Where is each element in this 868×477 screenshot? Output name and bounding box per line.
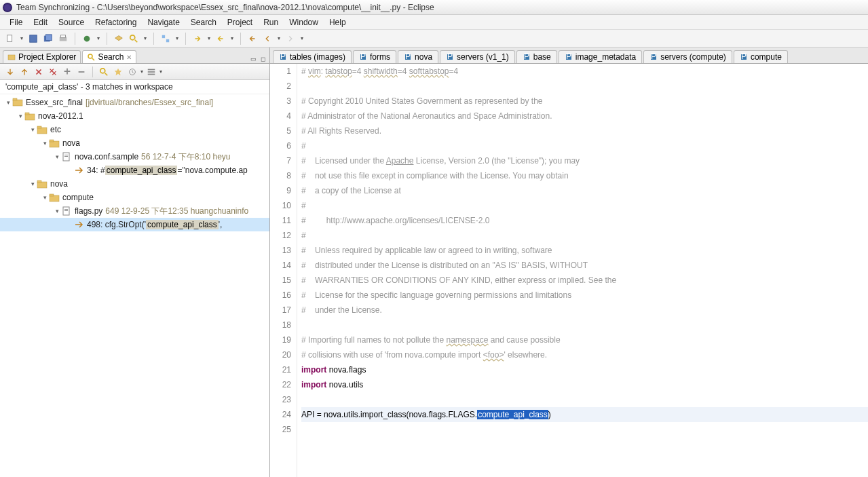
menu-window[interactable]: Window <box>284 16 324 28</box>
editor-tab[interactable]: Pcompute <box>734 50 788 63</box>
menu-refactoring[interactable]: Refactoring <box>90 16 142 28</box>
editor-tab[interactable]: Pforms <box>353 50 396 63</box>
code-line[interactable]: # <box>301 228 868 243</box>
menu-navigate[interactable]: Navigate <box>142 16 185 28</box>
tree-row[interactable]: ▾nova.conf.sample56 12-7-4 下午8:10 heyu <box>0 150 269 164</box>
next-annotation-button[interactable] <box>191 33 204 45</box>
last-edit-button[interactable] <box>246 33 259 45</box>
back-button[interactable] <box>261 33 273 45</box>
editor-tab[interactable]: Pnova <box>398 50 438 63</box>
code-line[interactable] <box>301 79 868 94</box>
menu-file[interactable]: File <box>4 16 28 28</box>
run-search-button[interactable] <box>98 66 110 78</box>
search-results-tree[interactable]: ▾Essex_src_final[jdvirtual/branches/Esse… <box>0 94 269 477</box>
editor-tab[interactable]: Pbase <box>516 50 557 63</box>
view-tab-project-explorer[interactable]: Project Explorer <box>3 50 81 63</box>
code-line[interactable] <box>301 392 868 407</box>
code-line[interactable]: # Licensed under the Apache License, Ver… <box>301 153 868 168</box>
code-editor[interactable]: 1234567891011121314151617181920212223242… <box>270 64 868 477</box>
code-line[interactable]: # vim: tabstop=4 shiftwidth=4 softtabsto… <box>301 64 868 79</box>
code-line[interactable]: # Copyright 2010 United States Governmen… <box>301 94 868 109</box>
code-line[interactable]: import nova.flags <box>301 362 868 377</box>
code-line[interactable]: # Importing full names to not pollute th… <box>301 332 868 347</box>
expand-icon[interactable]: ▾ <box>4 99 12 106</box>
code-line[interactable]: # WARRANTIES OR CONDITIONS OF ANY KIND, … <box>301 273 868 288</box>
expand-all-button[interactable] <box>61 66 73 78</box>
remove-all-button[interactable] <box>47 66 59 78</box>
debug-dropdown[interactable] <box>96 35 101 41</box>
tree-row[interactable]: ▾flags.py649 12-9-25 下午12:35 huangchuani… <box>0 204 269 218</box>
expand-icon[interactable]: ▾ <box>29 126 37 133</box>
menu-edit[interactable]: Edit <box>28 16 53 28</box>
code-line[interactable] <box>301 318 868 332</box>
menu-project[interactable]: Project <box>222 16 258 28</box>
tree-row[interactable]: ▾etc <box>0 123 269 136</box>
code-line[interactable] <box>301 422 868 437</box>
tree-row[interactable]: 34: # compute_api_class="nova.compute.ap <box>0 164 269 177</box>
toggle-breadcrumb-dropdown[interactable] <box>174 35 180 41</box>
expand-icon[interactable]: ▾ <box>29 180 37 187</box>
prev-match-button[interactable] <box>18 66 31 78</box>
expand-icon[interactable]: ▾ <box>53 153 61 160</box>
code-line[interactable]: # Administrator of the National Aeronaut… <box>301 109 868 123</box>
menu-source[interactable]: Source <box>53 16 90 28</box>
editor-tab[interactable]: Pimage_metadata <box>559 50 642 63</box>
search-button[interactable] <box>128 33 140 45</box>
code-line[interactable]: # a copy of the License at <box>301 183 868 198</box>
pin-search-button[interactable] <box>112 66 124 78</box>
menu-search[interactable]: Search <box>185 16 222 28</box>
tree-row[interactable]: ▾nova <box>0 136 269 150</box>
code-line[interactable]: # under the License. <box>301 303 868 318</box>
close-icon[interactable]: ✕ <box>126 54 132 61</box>
prev-annotation-dropdown[interactable] <box>229 35 235 41</box>
code-line[interactable]: # distributed under the License is distr… <box>301 258 868 273</box>
remove-match-button[interactable] <box>33 66 45 78</box>
expand-icon[interactable]: ▾ <box>16 113 24 119</box>
code-line[interactable]: # All Rights Reserved. <box>301 123 868 138</box>
expand-icon[interactable]: ▾ <box>41 140 49 147</box>
tree-row[interactable]: ▾nova-2012.1 <box>0 109 269 123</box>
tree-row[interactable]: 498: cfg.StrOpt('compute_api_class', <box>0 218 269 231</box>
code-line[interactable]: API = nova.utils.import_class(nova.flags… <box>301 407 868 422</box>
editor-tab[interactable]: Pservers (v1_1) <box>440 50 515 63</box>
back-dropdown[interactable] <box>276 35 282 41</box>
print-button[interactable] <box>57 33 69 45</box>
prev-annotation-button[interactable] <box>214 33 227 45</box>
next-match-button[interactable] <box>4 66 16 78</box>
debug-button[interactable] <box>81 33 93 45</box>
code-line[interactable]: # <box>301 138 868 153</box>
open-type-button[interactable] <box>113 33 125 45</box>
code-line[interactable]: # http://www.apache.org/licenses/LICENSE… <box>301 213 868 228</box>
editor-tab[interactable]: Ptables (images) <box>273 50 352 63</box>
forward-dropdown[interactable] <box>299 35 305 41</box>
expand-icon[interactable]: ▾ <box>53 208 61 214</box>
minimize-view-icon[interactable]: ▭ <box>249 55 257 63</box>
new-button[interactable] <box>4 33 16 45</box>
maximize-view-icon[interactable]: ◻ <box>259 55 267 63</box>
next-annotation-dropdown[interactable] <box>206 35 212 41</box>
expand-icon[interactable]: ▾ <box>41 194 49 201</box>
search-dropdown[interactable] <box>143 35 148 41</box>
code-content[interactable]: # vim: tabstop=4 shiftwidth=4 softtabsto… <box>297 64 868 477</box>
new-dropdown[interactable] <box>19 35 24 41</box>
editor-tab[interactable]: Pservers (compute) <box>643 50 732 63</box>
code-line[interactable]: # Unless required by applicable law or a… <box>301 243 868 258</box>
tree-row[interactable]: ▾Essex_src_final[jdvirtual/branches/Esse… <box>0 96 269 109</box>
code-line[interactable]: import nova.utils <box>301 377 868 392</box>
tree-row[interactable]: ▾nova <box>0 177 269 191</box>
code-line[interactable]: # collisions with use of 'from nova.comp… <box>301 347 868 362</box>
view-menu-button[interactable] <box>145 66 157 78</box>
menu-run[interactable]: Run <box>258 16 284 28</box>
tree-row[interactable]: ▾compute <box>0 191 269 204</box>
view-tab-search[interactable]: Search✕ <box>82 50 136 63</box>
code-line[interactable]: # not use this file except in compliance… <box>301 168 868 183</box>
collapse-all-button[interactable] <box>75 66 88 78</box>
code-line[interactable]: # License for the specific language gove… <box>301 288 868 303</box>
code-line[interactable]: # <box>301 198 868 213</box>
save-button[interactable] <box>27 33 39 45</box>
menu-help[interactable]: Help <box>324 16 352 28</box>
save-all-button[interactable] <box>42 33 54 45</box>
toggle-breadcrumb-button[interactable] <box>159 33 172 45</box>
forward-button[interactable] <box>284 33 297 45</box>
history-dropdown-button[interactable] <box>126 66 138 78</box>
